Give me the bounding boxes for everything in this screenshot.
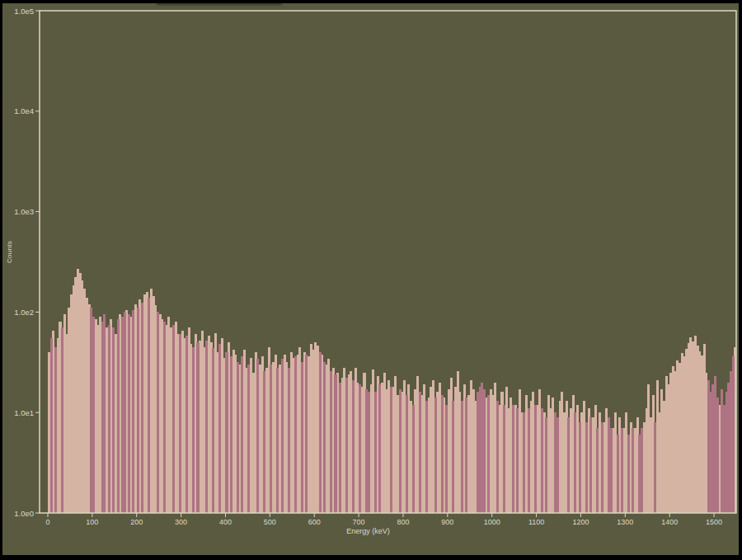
spectrum-bar — [241, 356, 243, 513]
spectrum-bar — [159, 314, 162, 513]
spectrum-chart[interactable]: 0100200300400500600700800900100011001200… — [0, 0, 742, 560]
spectrum-bar — [290, 352, 293, 513]
spectrum-bar — [110, 319, 112, 513]
y-tick-label: 1.0e3 — [14, 207, 34, 216]
x-tick-label: 900 — [441, 518, 453, 526]
spectrum-bar — [132, 310, 134, 513]
spectrum-bar — [73, 285, 75, 513]
spectrum-bar — [363, 373, 365, 513]
spectrum-bar — [361, 387, 364, 513]
spectrum-bar — [483, 389, 486, 513]
spectrum-bar — [588, 408, 590, 513]
spectrum-bar — [490, 389, 492, 513]
spectrum-bar — [516, 408, 519, 513]
spectrum-bar — [487, 395, 490, 513]
spectrum-bar — [439, 383, 441, 513]
spectrum-bar — [567, 417, 570, 513]
spectrum-bar — [436, 392, 439, 513]
spectrum-bar — [103, 314, 106, 513]
spectrum-bar — [723, 405, 726, 513]
spectrum-bar — [638, 435, 641, 513]
spectrum-bar — [334, 374, 336, 513]
spectrum-bar — [303, 352, 306, 513]
spectrum-bar — [530, 401, 533, 513]
spectrum-bar — [95, 319, 97, 513]
spectrum-bar — [343, 368, 345, 513]
spectrum-bar — [270, 365, 272, 513]
spectrum-bar — [212, 348, 214, 513]
spectrum-bar — [265, 368, 268, 513]
spectrum-bar — [711, 384, 714, 513]
spectrum-bar — [50, 338, 53, 513]
spectrum-bar — [481, 383, 483, 513]
spectrum-bar — [305, 355, 308, 513]
spectrum-bar — [308, 356, 310, 513]
y-axis-title: Counts — [6, 241, 13, 263]
spectrum-bar — [692, 341, 694, 513]
spectrum-bar — [463, 384, 466, 513]
x-tick-label: 1300 — [617, 518, 633, 526]
spectrum-bar — [377, 376, 379, 513]
spectrum-bar — [406, 395, 408, 513]
spectrum-bar — [401, 392, 403, 513]
spectrum-bar — [170, 327, 172, 513]
spectrum-bar — [292, 358, 294, 513]
spectrum-bar — [721, 389, 723, 513]
x-tick-label: 1200 — [572, 518, 589, 526]
spectrum-bar — [532, 392, 534, 513]
spectrum-bar — [583, 401, 585, 513]
y-tick-label: 1.0e2 — [14, 308, 34, 317]
spectrum-bar — [716, 398, 719, 513]
spectrum-bar — [312, 350, 315, 513]
spectrum-bar — [63, 314, 66, 513]
spectrum-bar — [701, 355, 703, 513]
spectrum-bar — [676, 360, 679, 513]
spectrum-bar — [276, 368, 279, 513]
spectrum-bar — [599, 412, 601, 513]
spectrum-bar — [52, 331, 54, 513]
spectrum-bar — [627, 435, 630, 513]
spectrum-bar — [714, 376, 716, 513]
spectrum-bar — [261, 356, 264, 513]
spectrum-bar — [681, 353, 683, 513]
spectrum-bar — [317, 346, 319, 513]
spectrum-bar — [432, 380, 434, 513]
spectrum-bar — [672, 366, 674, 513]
spectrum-bar — [246, 368, 248, 513]
spectrum-bar — [710, 392, 712, 513]
spectrum-bar — [284, 355, 286, 513]
spectrum-bar — [603, 422, 605, 513]
spectrum-bar — [612, 428, 614, 513]
spectrum-bar — [572, 395, 575, 513]
spectrum-bar — [99, 317, 101, 513]
x-tick-label: 1100 — [528, 518, 544, 526]
spectrum-bar — [385, 389, 387, 513]
spectrum-bar — [726, 392, 728, 513]
spectrum-bar — [528, 408, 530, 513]
spectrum-bar — [154, 305, 157, 513]
x-tick-label: 1500 — [706, 518, 722, 526]
spectrum-bar — [239, 365, 242, 513]
spectrum-bar — [188, 327, 190, 513]
spectrum-bar — [697, 346, 699, 513]
spectrum-bar — [321, 355, 323, 513]
x-tick-label: 500 — [264, 518, 276, 526]
spectrum-bar — [659, 412, 661, 513]
spectrum-bar — [652, 395, 655, 513]
spectrum-bar — [74, 277, 77, 514]
spectrum-bar — [561, 392, 563, 513]
spectrum-bar — [580, 412, 583, 513]
spectrum-bar — [727, 383, 730, 513]
spectrum-bar — [218, 344, 221, 513]
spectrum-bar — [448, 389, 450, 513]
spectrum-bar — [368, 392, 370, 513]
spectrum-bar — [470, 380, 472, 513]
spectrum-bar — [683, 356, 685, 513]
spectrum-bar — [585, 422, 588, 513]
spectrum-bar — [589, 417, 592, 513]
spectrum-bar — [407, 384, 410, 513]
spectrum-bar — [256, 359, 259, 513]
spectrum-bar — [537, 405, 539, 513]
spectrum-bar — [679, 363, 681, 513]
spectrum-bar — [718, 405, 721, 513]
